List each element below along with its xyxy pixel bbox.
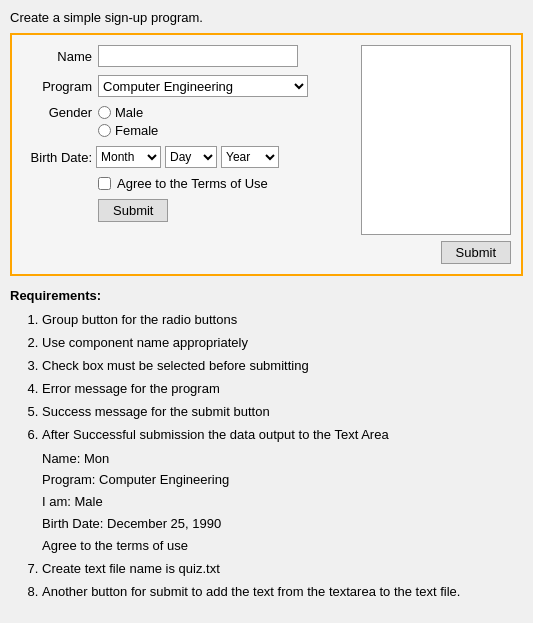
- form-container: Name Program Computer Engineering Inform…: [10, 33, 523, 276]
- req-item-1: Group button for the radio buttons: [42, 309, 523, 331]
- submit-row: Submit: [98, 199, 353, 222]
- birthdate-row: Birth Date: Month January February March…: [22, 146, 353, 168]
- req-item-5: Success message for the submit button: [42, 401, 523, 423]
- gender-female-radio[interactable]: [98, 124, 111, 137]
- program-row: Program Computer Engineering Information…: [22, 75, 353, 97]
- month-select[interactable]: Month January February March April May J…: [96, 146, 161, 168]
- program-select[interactable]: Computer Engineering Information Technol…: [98, 75, 308, 97]
- year-select[interactable]: Year for(let i=2024;i>=1940;i--) documen…: [221, 146, 279, 168]
- gender-female-label: Female: [115, 123, 158, 138]
- sub-line-5: Agree to the terms of use: [42, 536, 523, 557]
- gender-row: Gender Male Female: [22, 105, 353, 138]
- day-select[interactable]: Day for(let i=1;i<=31;i++) document.writ…: [165, 146, 217, 168]
- birthdate-label: Birth Date:: [22, 150, 92, 165]
- form-left: Name Program Computer Engineering Inform…: [22, 45, 353, 264]
- sub-line-3: I am: Male: [42, 492, 523, 513]
- gender-female-option: Female: [98, 123, 158, 138]
- req-item-2: Use component name appropriately: [42, 332, 523, 354]
- program-label: Program: [22, 79, 92, 94]
- req-item-4: Error message for the program: [42, 378, 523, 400]
- agree-checkbox[interactable]: [98, 177, 111, 190]
- agree-row: Agree to the Terms of Use: [98, 176, 353, 191]
- form-right: Submit: [361, 45, 511, 264]
- gender-male-label: Male: [115, 105, 143, 120]
- req-item-7: Create text file name is quiz.txt: [42, 558, 523, 580]
- sub-line-4: Birth Date: December 25, 1990: [42, 514, 523, 535]
- sub-lines: Name: Mon Program: Computer Engineering …: [42, 449, 523, 557]
- page-title: Create a simple sign-up program.: [10, 10, 523, 25]
- gender-male-option: Male: [98, 105, 158, 120]
- agree-label: Agree to the Terms of Use: [117, 176, 268, 191]
- req-item-3: Check box must be selected before submit…: [42, 355, 523, 377]
- right-submit-button[interactable]: Submit: [441, 241, 511, 264]
- requirements-title: Requirements:: [10, 288, 523, 303]
- req-item-6: After Successful submission the data out…: [42, 424, 523, 556]
- name-row: Name: [22, 45, 353, 67]
- name-label: Name: [22, 49, 92, 64]
- gender-male-radio[interactable]: [98, 106, 111, 119]
- req-item-8: Another button for submit to add the tex…: [42, 581, 523, 603]
- gender-group: Male Female: [98, 105, 158, 138]
- requirements-section: Requirements: Group button for the radio…: [10, 288, 523, 603]
- sub-line-2: Program: Computer Engineering: [42, 470, 523, 491]
- name-input[interactable]: [98, 45, 298, 67]
- gender-label: Gender: [22, 105, 92, 120]
- sub-line-1: Name: Mon: [42, 449, 523, 470]
- requirements-list: Group button for the radio buttons Use c…: [10, 309, 523, 603]
- submit-button[interactable]: Submit: [98, 199, 168, 222]
- output-textarea[interactable]: [361, 45, 511, 235]
